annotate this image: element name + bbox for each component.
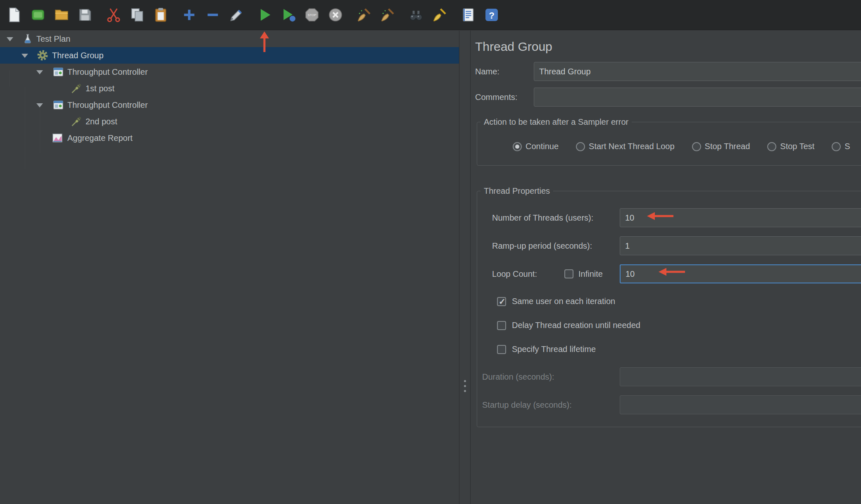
tree-row-throughput-controller-2[interactable]: Throughput Controller: [0, 97, 459, 113]
infinite-checkbox[interactable]: [564, 269, 573, 278]
function-helper-button[interactable]: [459, 6, 477, 24]
tree-row-aggregate-report[interactable]: Aggregate Report: [0, 130, 459, 146]
loop-count-input[interactable]: [620, 264, 861, 283]
radio-icon: [767, 142, 776, 151]
shutdown-button[interactable]: [326, 6, 345, 24]
main-toolbar: STOP ?: [0, 0, 861, 30]
rampup-label: Ramp-up period (seconds):: [492, 241, 620, 251]
radio-continue[interactable]: Continue: [513, 142, 559, 151]
delay-thread-label: Delay Thread creation until needed: [512, 321, 640, 330]
search-reset-broom-icon: [431, 7, 448, 23]
rampup-input[interactable]: [620, 236, 861, 255]
copy-button[interactable]: [128, 6, 146, 24]
same-user-label: Same user on each iteration: [512, 297, 615, 306]
svg-text:STOP: STOP: [308, 13, 316, 17]
new-file-button[interactable]: [5, 6, 24, 24]
expander-icon[interactable]: [36, 70, 43, 74]
edit-pencil-icon: [228, 7, 245, 23]
expander-icon[interactable]: [36, 103, 43, 107]
thread-properties-group: Thread Properties Number of Threads (use…: [477, 186, 861, 427]
delay-thread-row[interactable]: Delay Thread creation until needed: [497, 321, 861, 330]
cut-scissors-icon: [105, 7, 122, 23]
page-title: Thread Group: [475, 40, 861, 54]
templates-icon: [30, 7, 46, 23]
tree-item-label: Thread Group: [52, 47, 104, 64]
annotation-arrow-left-loop-count-input: [659, 266, 686, 278]
radio-icon: [576, 142, 585, 151]
radio-stop-test-now-truncated[interactable]: S: [832, 142, 850, 151]
same-user-row[interactable]: Same user on each iteration: [497, 297, 861, 306]
tree-row-thread-group[interactable]: Thread Group: [0, 47, 459, 64]
tree-row-1st-post[interactable]: 1st post: [0, 80, 459, 97]
expander-icon[interactable]: [21, 54, 28, 58]
throughput-controller-icon: [52, 99, 64, 111]
svg-text:?: ?: [489, 10, 495, 21]
start-play-icon: [257, 7, 273, 23]
thread-properties-title: Thread Properties: [480, 186, 553, 196]
tree-item-label: Throughput Controller: [67, 97, 148, 113]
function-helper-notebook-icon: [460, 7, 476, 23]
search-button[interactable]: [407, 6, 425, 24]
add-plus-icon: [181, 7, 197, 23]
save-icon: [77, 7, 93, 23]
tree-row-throughput-controller-1[interactable]: Throughput Controller: [0, 64, 459, 80]
thread-lifetime-checkbox[interactable]: [497, 345, 506, 354]
loop-count-label: Loop Count:: [492, 269, 564, 279]
help-button[interactable]: ?: [483, 6, 501, 24]
tree-item-label: 2nd post: [86, 113, 117, 130]
templates-button[interactable]: [29, 6, 47, 24]
clear-button[interactable]: [355, 6, 373, 24]
remove-button[interactable]: [204, 6, 222, 24]
annotation-arrow-left-threads-input: [647, 210, 674, 222]
same-user-checkbox[interactable]: [497, 297, 506, 306]
tree-row-2nd-post[interactable]: 2nd post: [0, 113, 459, 130]
edit-button[interactable]: [227, 6, 245, 24]
start-button[interactable]: [256, 6, 274, 24]
tree-item-label: Aggregate Report: [67, 130, 133, 146]
name-input[interactable]: [534, 62, 861, 81]
open-file-icon: [53, 7, 70, 23]
sampler-error-group: Action to be taken after a Sampler error…: [477, 117, 861, 166]
comments-input[interactable]: [534, 88, 861, 107]
expander-icon[interactable]: [7, 37, 13, 41]
panel-splitter[interactable]: [460, 31, 471, 504]
sampler-pipette-icon: [70, 115, 83, 128]
start-no-pauses-button[interactable]: [279, 6, 297, 24]
clear-broom-icon: [356, 7, 372, 23]
paste-clipboard-icon: [152, 7, 169, 23]
throughput-controller-icon: [52, 66, 64, 78]
radio-stop-thread[interactable]: Stop Thread: [692, 142, 750, 151]
radio-stop-test[interactable]: Stop Test: [767, 142, 814, 151]
infinite-label: Infinite: [578, 269, 603, 279]
sampler-pipette-icon: [70, 82, 83, 95]
splitter-grip-icon: [464, 380, 466, 382]
tree-row-test-plan[interactable]: Test Plan: [0, 31, 459, 47]
radio-label: Start Next Thread Loop: [589, 142, 675, 151]
copy-icon: [129, 7, 145, 23]
delay-thread-checkbox[interactable]: [497, 321, 506, 330]
open-file-button[interactable]: [52, 6, 71, 24]
startup-delay-input: [620, 395, 861, 414]
radio-start-next-thread-loop[interactable]: Start Next Thread Loop: [576, 142, 675, 151]
stop-button[interactable]: STOP: [303, 6, 321, 24]
threads-label: Number of Threads (users):: [492, 213, 620, 223]
paste-button[interactable]: [152, 6, 170, 24]
duration-input: [620, 367, 861, 386]
search-reset-button[interactable]: [430, 6, 449, 24]
radio-label: S: [844, 142, 850, 151]
radio-icon: [832, 142, 841, 151]
add-button[interactable]: [180, 6, 198, 24]
radio-selected-icon: [513, 142, 522, 151]
splitter-grip-icon: [464, 385, 466, 387]
thread-lifetime-label: Specify Thread lifetime: [512, 345, 596, 354]
name-label: Name:: [475, 67, 534, 76]
duration-label: Duration (seconds):: [482, 372, 620, 382]
cut-button[interactable]: [105, 6, 123, 24]
radio-label: Stop Test: [780, 142, 814, 151]
splitter-grip-icon: [464, 390, 466, 392]
clear-all-button[interactable]: [378, 6, 397, 24]
thread-lifetime-row[interactable]: Specify Thread lifetime: [497, 345, 861, 354]
save-button[interactable]: [76, 6, 94, 24]
test-plan-tree: Test Plan Thread Group Throughput Contro…: [0, 31, 459, 504]
start-no-pauses-icon: [280, 7, 297, 23]
